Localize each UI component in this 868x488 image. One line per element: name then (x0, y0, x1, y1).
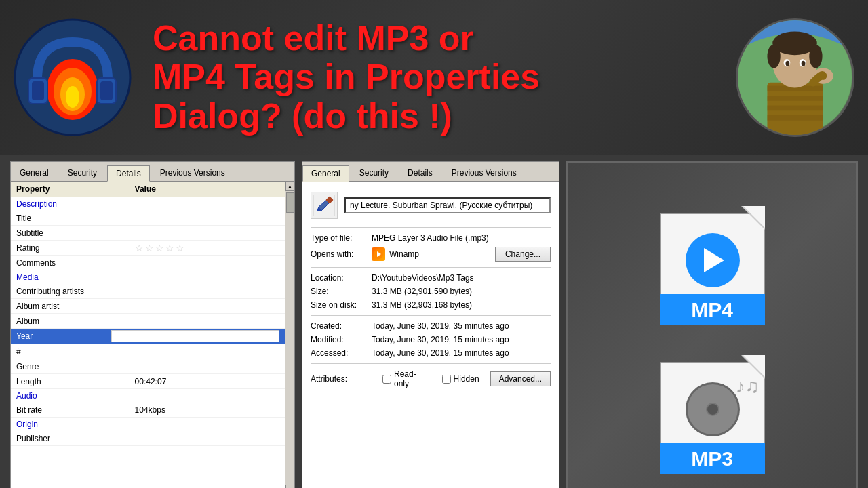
header-property: Property (16, 184, 135, 194)
location-value: D:\YoutubeVideos\Mp3 Tags (372, 273, 551, 283)
readonly-checkbox-label[interactable]: Read-only (382, 369, 431, 388)
mp3-icon: ♪♫ MP3 (646, 331, 778, 474)
svg-rect-8 (100, 81, 113, 100)
svg-rect-13 (767, 105, 823, 110)
attributes-label: Attributes: (311, 374, 372, 384)
type-label: Type of file: (311, 233, 372, 243)
accessed-row: Accessed: Today, June 30, 2019, 15 minut… (311, 348, 551, 358)
scroll-up-button[interactable]: ▲ (285, 182, 295, 191)
left-scrollbar[interactable]: ▲ ▼ (285, 182, 294, 488)
size-on-disk-value: 31.3 MB (32,903,168 bytes) (372, 300, 551, 310)
hidden-checkbox-label[interactable]: Hidden (442, 374, 479, 384)
size-on-disk-label: Size on disk: (311, 300, 372, 310)
svg-rect-6 (32, 81, 44, 100)
tab-general-middle[interactable]: General (302, 165, 349, 182)
svg-rect-12 (767, 96, 823, 101)
tab-security-left[interactable]: Security (59, 165, 106, 181)
right-panel-media-icons: MP4 ♪♫ MP3 (566, 161, 858, 488)
opens-with-label: Opens with: (311, 249, 372, 259)
mp4-play-circle (686, 233, 740, 287)
details-scroll-area[interactable]: Description Title Subtitle Rating ☆☆☆☆☆ (11, 197, 285, 488)
svg-rect-14 (767, 115, 823, 121)
left-panel-details: General Security Details Previous Versio… (10, 161, 295, 488)
size-value: 31.3 MB (32,901,590 bytes) (372, 287, 551, 296)
divider-3 (311, 315, 551, 316)
mp4-label: MP4 (660, 294, 765, 325)
modified-row: Modified: Today, June 30, 2019, 15 minut… (311, 335, 551, 344)
mp3-disc (686, 382, 740, 436)
advanced-button[interactable]: Advanced... (490, 371, 551, 386)
row-album[interactable]: Album (11, 314, 285, 329)
person-avatar (736, 18, 854, 137)
svg-point-19 (809, 44, 822, 68)
attributes-row: Attributes: Read-only Hidden Advanced... (311, 369, 551, 388)
section-description: Description (11, 197, 285, 211)
type-of-file-row: Type of file: MPEG Layer 3 Audio File (.… (311, 233, 551, 243)
size-row: Size: 31.3 MB (32,901,590 bytes) (311, 287, 551, 296)
scroll-thumb[interactable] (286, 192, 294, 213)
hidden-checkbox[interactable] (442, 375, 451, 384)
size-on-disk-row: Size on disk: 31.3 MB (32,903,168 bytes) (311, 300, 551, 310)
middle-tab-bar: General Security Details Previous Versio… (302, 162, 559, 182)
details-table: Property Value Description Title Subtitl… (11, 182, 285, 488)
accessed-value: Today, June 30, 2019, 15 minutes ago (372, 348, 551, 358)
readonly-checkbox[interactable] (382, 375, 391, 384)
tab-security-middle[interactable]: Security (351, 165, 397, 181)
location-row: Location: D:\YoutubeVideos\Mp3 Tags (311, 273, 551, 283)
header-value: Value (135, 184, 279, 194)
divider-4 (311, 363, 551, 364)
mp4-icon: MP4 (646, 182, 778, 325)
tab-details-middle[interactable]: Details (399, 165, 441, 181)
modified-label: Modified: (311, 335, 372, 344)
general-content: Type of file: MPEG Layer 3 Audio File (.… (302, 182, 559, 488)
middle-panel-general: General Security Details Previous Versio… (302, 161, 559, 488)
created-row: Created: Today, June 30, 2019, 35 minute… (311, 321, 551, 331)
bottom-section: General Security Details Previous Versio… (0, 155, 868, 488)
type-value: MPEG Layer 3 Audio File (.mp3) (372, 233, 551, 243)
file-header (311, 192, 551, 219)
modified-value: Today, June 30, 2019, 15 minutes ago (372, 335, 551, 344)
tab-general-left[interactable]: General (11, 165, 58, 181)
created-value: Today, June 30, 2019, 35 minutes ago (372, 321, 551, 331)
section-audio: Audio (11, 389, 285, 403)
music-notes-icon: ♪♫ (736, 375, 760, 397)
scroll-down-button[interactable]: ▼ (285, 485, 295, 488)
accessed-label: Accessed: (311, 348, 372, 358)
opens-with-value: Winamp (389, 249, 495, 259)
svg-point-18 (767, 44, 780, 68)
svg-point-23 (802, 60, 806, 66)
mp3-label: MP3 (660, 443, 765, 474)
row-track[interactable]: # (11, 344, 285, 359)
row-album-artist[interactable]: Album artist (11, 299, 285, 314)
change-button[interactable]: Change... (495, 247, 551, 262)
row-length[interactable]: Length 00:42:07 (11, 374, 285, 389)
svg-point-22 (785, 60, 789, 66)
tab-previous-versions-left[interactable]: Previous Versions (151, 165, 234, 181)
audacity-logo (14, 18, 132, 137)
banner-title: Cannot edit MP3 or MP4 Tags in Propertie… (146, 19, 722, 136)
row-bit-rate[interactable]: Bit rate 104kbps (11, 403, 285, 418)
created-label: Created: (311, 321, 372, 331)
row-rating[interactable]: Rating ☆☆☆☆☆ (11, 241, 285, 256)
play-icon (704, 248, 724, 272)
section-media: Media (11, 270, 285, 284)
row-publisher[interactable]: Publisher (11, 431, 285, 446)
row-year[interactable]: Year (11, 329, 285, 344)
location-label: Location: (311, 273, 372, 283)
disc-inner (706, 403, 719, 416)
size-label: Size: (311, 287, 372, 296)
row-comments[interactable]: Comments (11, 256, 285, 270)
row-genre[interactable]: Genre (11, 359, 285, 374)
divider-2 (311, 267, 551, 268)
row-subtitle[interactable]: Subtitle (11, 226, 285, 241)
file-name-input[interactable] (344, 197, 551, 214)
hidden-label: Hidden (454, 374, 479, 384)
tab-previous-versions-middle[interactable]: Previous Versions (443, 165, 526, 181)
readonly-label: Read-only (394, 369, 431, 388)
section-origin: Origin (11, 418, 285, 431)
tab-details-left[interactable]: Details (107, 165, 150, 182)
row-title[interactable]: Title (11, 211, 285, 226)
opens-with-row: Opens with: Winamp Change... (311, 247, 551, 262)
left-tab-bar: General Security Details Previous Versio… (11, 162, 294, 182)
row-contributing-artists[interactable]: Contributing artists (11, 284, 285, 299)
